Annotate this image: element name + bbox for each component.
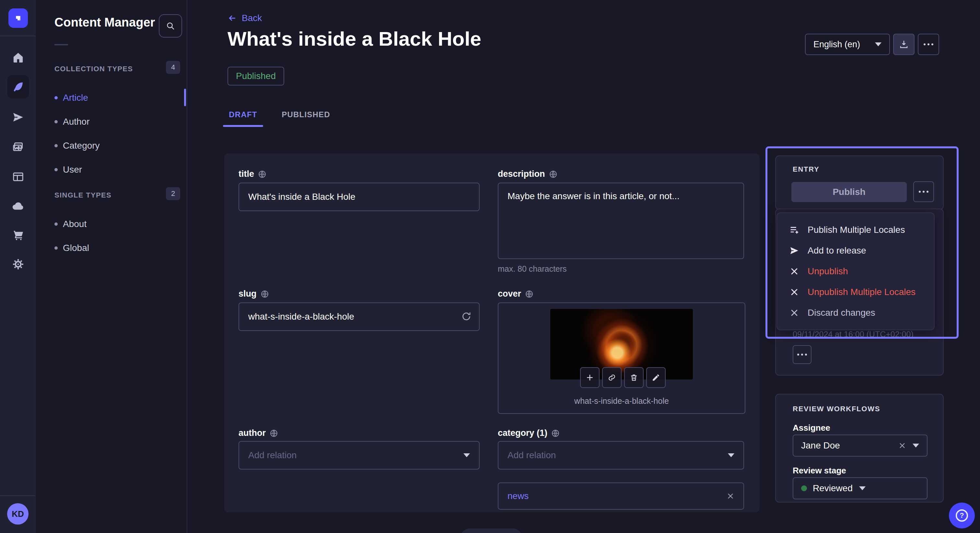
globe-icon bbox=[549, 170, 557, 178]
cloud-icon[interactable] bbox=[11, 199, 25, 213]
collection-types-heading: COLLECTION TYPES bbox=[54, 65, 133, 73]
author-relation-select[interactable]: Add relation bbox=[239, 441, 480, 470]
title-input[interactable] bbox=[239, 182, 480, 211]
description-field-label: description bbox=[498, 169, 557, 179]
media-library-icon[interactable] bbox=[11, 140, 25, 154]
feather-icon bbox=[12, 80, 25, 93]
sidebar-item-article[interactable]: Article bbox=[54, 90, 178, 105]
field-label-text: cover bbox=[498, 289, 521, 299]
sidebar-item-label: Author bbox=[63, 117, 90, 127]
bullet-icon bbox=[54, 168, 58, 171]
globe-icon bbox=[261, 290, 269, 298]
bullet-icon bbox=[54, 246, 58, 250]
menu-item-unpublish[interactable]: Unpublish bbox=[777, 261, 934, 282]
releases-icon[interactable] bbox=[11, 110, 25, 124]
chevron-down-icon bbox=[875, 43, 881, 46]
subnav-divider bbox=[54, 44, 68, 45]
marketplace-cart-icon[interactable] bbox=[11, 228, 25, 242]
entry-actions-menu: Publish Multiple Locales Add to release … bbox=[776, 213, 935, 330]
menu-item-label: Add to release bbox=[808, 246, 866, 256]
assignee-label: Assignee bbox=[793, 423, 830, 433]
category-tag-news[interactable]: news bbox=[508, 491, 528, 501]
search-button[interactable] bbox=[159, 14, 182, 38]
single-types-count: 2 bbox=[166, 187, 180, 200]
category-field-label: category (1) bbox=[498, 428, 560, 438]
strapi-logo[interactable] bbox=[8, 8, 28, 28]
sidebar-item-global[interactable]: Global bbox=[54, 241, 178, 255]
copy-link-button[interactable] bbox=[602, 367, 622, 388]
slug-field-label: slug bbox=[239, 289, 269, 299]
chevron-down-icon bbox=[728, 453, 734, 457]
active-item-indicator bbox=[184, 89, 186, 106]
category-relation-select[interactable]: Add relation bbox=[498, 441, 744, 470]
bullet-icon bbox=[54, 120, 58, 124]
content-manager-app: KD Content Manager COLLECTION TYPES 4 Ar… bbox=[0, 0, 980, 533]
home-icon[interactable] bbox=[11, 51, 25, 65]
menu-item-label: Unpublish bbox=[808, 266, 848, 276]
review-stage-label: Review stage bbox=[793, 466, 846, 476]
content-manager-nav-icon[interactable] bbox=[7, 75, 29, 98]
tab-published[interactable]: PUBLISHED bbox=[275, 102, 337, 127]
sidebar-item-user[interactable]: User bbox=[54, 163, 178, 177]
edit-asset-button[interactable] bbox=[646, 367, 666, 388]
status-badge: Published bbox=[228, 67, 284, 86]
rail-divider bbox=[0, 36, 36, 36]
cross-icon bbox=[789, 287, 800, 297]
export-button[interactable] bbox=[893, 34, 915, 55]
info-more-button[interactable] bbox=[793, 345, 811, 364]
add-component-button[interactable] bbox=[460, 528, 522, 533]
help-button[interactable]: ? bbox=[949, 503, 975, 528]
question-mark-icon: ? bbox=[956, 509, 968, 522]
clear-assignee-icon[interactable] bbox=[898, 442, 906, 449]
sidebar-item-label: About bbox=[63, 219, 86, 229]
globe-icon bbox=[551, 429, 560, 438]
field-label-text: title bbox=[239, 169, 254, 179]
menu-item-unpublish-multiple-locales[interactable]: Unpublish Multiple Locales bbox=[777, 282, 934, 303]
delete-asset-button[interactable] bbox=[624, 367, 644, 388]
menu-item-publish-multiple-locales[interactable]: Publish Multiple Locales bbox=[777, 219, 934, 240]
description-hint: max. 80 characters bbox=[498, 264, 567, 274]
menu-item-discard-changes[interactable]: Discard changes bbox=[777, 303, 934, 323]
header-more-button[interactable] bbox=[918, 34, 939, 55]
chevron-down-icon bbox=[913, 444, 919, 447]
add-asset-button[interactable] bbox=[580, 367, 600, 388]
slug-input[interactable] bbox=[239, 303, 480, 331]
send-icon bbox=[789, 246, 800, 256]
sidebar-item-category[interactable]: Category bbox=[54, 139, 178, 153]
sidebar-item-label: User bbox=[63, 165, 82, 175]
sidebar-item-about[interactable]: About bbox=[54, 217, 178, 231]
user-avatar[interactable]: KD bbox=[7, 503, 29, 525]
cover-field: what-s-inside-a-black-hole bbox=[498, 303, 745, 414]
arrow-left-icon bbox=[228, 13, 237, 23]
menu-item-add-to-release[interactable]: Add to release bbox=[777, 240, 934, 261]
back-link[interactable]: Back bbox=[228, 13, 262, 23]
cross-icon bbox=[898, 442, 906, 449]
back-label: Back bbox=[242, 13, 262, 23]
entry-panel-heading: ENTRY bbox=[793, 165, 819, 174]
tab-draft[interactable]: DRAFT bbox=[223, 102, 263, 127]
entry-more-button[interactable] bbox=[913, 181, 934, 202]
plus-icon bbox=[585, 373, 594, 382]
content-manager-subnav: Content Manager COLLECTION TYPES 4 Artic… bbox=[36, 0, 187, 533]
ellipsis-icon bbox=[797, 354, 807, 355]
link-icon bbox=[608, 373, 616, 382]
content-type-builder-icon[interactable] bbox=[11, 170, 25, 184]
rail-bottom-divider bbox=[0, 495, 36, 496]
pencil-icon bbox=[652, 373, 660, 382]
description-textarea[interactable]: Maybe the answer is in this article, or … bbox=[498, 182, 744, 259]
sidebar-item-label: Global bbox=[63, 243, 89, 253]
assignee-select[interactable]: Jane Doe bbox=[793, 435, 928, 457]
category-placeholder: Add relation bbox=[508, 450, 556, 460]
review-workflows-panel: REVIEW WORKFLOWS Assignee Jane Doe Revie… bbox=[775, 394, 944, 503]
remove-category-icon[interactable] bbox=[727, 492, 734, 500]
cross-icon bbox=[727, 492, 734, 500]
tab-published-label: PUBLISHED bbox=[282, 110, 330, 119]
stage-status-dot bbox=[801, 485, 807, 491]
review-stage-select[interactable]: Reviewed bbox=[793, 477, 928, 499]
regenerate-slug-button[interactable] bbox=[461, 311, 472, 322]
sidebar-item-author[interactable]: Author bbox=[54, 115, 178, 129]
settings-gear-icon[interactable] bbox=[11, 257, 25, 271]
locale-select[interactable]: English (en) bbox=[805, 34, 890, 55]
category-tag-row: news bbox=[498, 482, 744, 510]
publish-button[interactable]: Publish bbox=[791, 182, 907, 202]
